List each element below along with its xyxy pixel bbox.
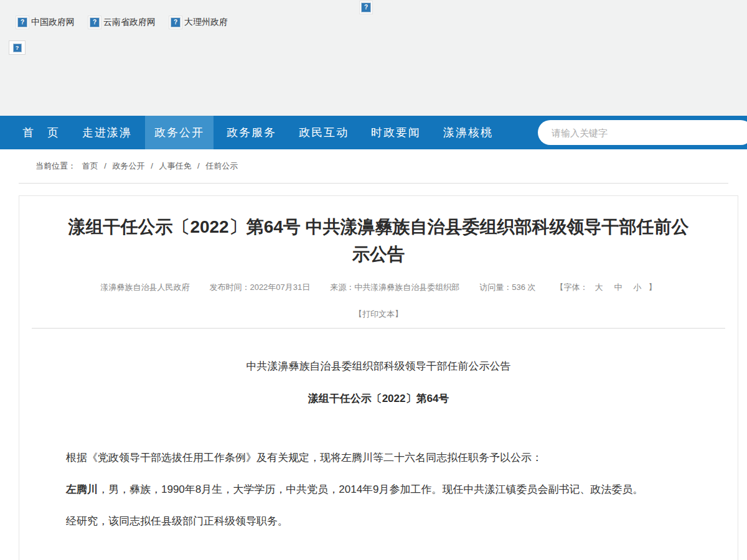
font-size-large-button[interactable]: 大 <box>595 282 603 293</box>
paragraph-lead: 左腾川 <box>66 483 98 495</box>
meta-visits: 访问量：536 次 <box>479 282 535 293</box>
paragraph-text: ，男，彝族，1990年8月生，大学学历，中共党员，2014年9月参加工作。现任中… <box>98 483 644 495</box>
nav-item-walnut[interactable]: 漾濞核桃 <box>434 116 502 149</box>
breadcrumb-home[interactable]: 首页 <box>82 161 98 170</box>
broken-image-icon: ? <box>361 2 371 12</box>
gov-link-label: 大理州政府 <box>184 17 228 28</box>
font-size-label-close: 】 <box>649 282 657 293</box>
font-size-medium-button[interactable]: 中 <box>614 282 622 293</box>
nav-item-about[interactable]: 走进漾濞 <box>73 116 141 149</box>
meta-publish-label: 发布时间： <box>209 282 250 292</box>
breadcrumb-separator: / <box>151 161 153 170</box>
breadcrumb-separator: / <box>104 161 106 170</box>
meta-publish-value: 2022年07月31日 <box>250 282 310 292</box>
search-input[interactable] <box>538 120 747 145</box>
meta-site: 漾濞彝族自治县人民政府 <box>100 282 189 293</box>
paragraph-text: 根据《党政领导干部选拔任用工作条例》及有关规定，现将左腾川等二十六名同志拟任职务… <box>66 452 542 464</box>
gov-link-label: 中国政府网 <box>31 17 75 28</box>
article-meta: 漾濞彝族自治县人民政府 发布时间：2022年07月31日 来源：中共漾濞彝族自治… <box>19 282 738 293</box>
article-card: 漾组干任公示〔2022〕第64号 中共漾濞彝族自治县委组织部科级领导干部任前公示… <box>19 195 738 560</box>
meta-divider <box>32 328 725 329</box>
link-dali-gov[interactable]: ? 大理州政府 <box>171 17 228 28</box>
broken-image-icon: ? <box>17 17 27 27</box>
nav-item-services[interactable]: 政务服务 <box>217 116 286 149</box>
nav-item-gov-affairs[interactable]: 政务公开 <box>145 116 214 149</box>
search-box <box>538 120 747 145</box>
broken-image-icon: ? <box>90 17 100 27</box>
breadcrumb-personnel[interactable]: 人事任免 <box>159 161 191 170</box>
nav-item-home[interactable]: 首 页 <box>13 116 69 149</box>
page-title: 漾组干任公示〔2022〕第64号 中共漾濞彝族自治县委组织部科级领导干部任前公示… <box>63 213 694 268</box>
meta-visits-value: 536 次 <box>512 282 535 292</box>
page: ? ? 中国政府网 ? 云南省政府网 ? 大理州政府 ? 首 页 走进漾濞 政务… <box>0 0 747 560</box>
paragraph: 根据《党政领导干部选拔任用工作条例》及有关规定，现将左腾川等二十六名同志拟任职务… <box>45 446 712 470</box>
meta-publish-date: 发布时间：2022年07月31日 <box>209 282 310 293</box>
site-header: ? ? 中国政府网 ? 云南省政府网 ? 大理州政府 ? <box>0 0 747 116</box>
meta-source: 来源：中共漾濞彝族自治县委组织部 <box>330 282 459 293</box>
site-logo-broken-image: ? <box>9 40 26 55</box>
breadcrumb: 当前位置： 首页 / 政务公开 / 人事任免 / 任前公示 <box>19 149 728 184</box>
breadcrumb-gov-affairs[interactable]: 政务公开 <box>113 161 145 170</box>
broken-image-icon: ? <box>13 44 22 52</box>
nav-item-interaction[interactable]: 政民互动 <box>289 116 358 149</box>
nav-item-news[interactable]: 时政要闻 <box>362 116 430 149</box>
meta-source-value: 中共漾濞彝族自治县委组织部 <box>354 282 459 292</box>
link-yunnan-gov[interactable]: ? 云南省政府网 <box>90 17 156 28</box>
document-title: 中共漾濞彝族自治县委组织部科级领导干部任前公示公告 <box>19 359 738 373</box>
font-size-label: 【字体： <box>556 282 588 293</box>
gov-links: ? 中国政府网 ? 云南省政府网 ? 大理州政府 <box>17 17 228 28</box>
breadcrumb-announcement[interactable]: 任前公示 <box>205 161 238 170</box>
paragraph: 经研究，该同志拟任县级部门正科级领导职务。 <box>45 510 712 533</box>
link-china-gov[interactable]: ? 中国政府网 <box>17 17 75 28</box>
breadcrumb-separator: / <box>197 161 200 170</box>
paragraph-text: 经研究，该同志拟任县级部门正科级领导职务。 <box>66 515 288 527</box>
meta-source-label: 来源： <box>330 282 354 292</box>
main-nav: 首 页 走进漾濞 政务公开 政务服务 政民互动 时政要闻 漾濞核桃 <box>0 116 747 149</box>
font-size-control: 【字体： 大 中 小 】 <box>556 282 657 293</box>
broken-image-icon: ? <box>171 17 181 27</box>
document-number: 漾组干任公示〔2022〕第64号 <box>19 391 738 406</box>
paragraph: 左腾川，男，彝族，1990年8月生，大学学历，中共党员，2014年9月参加工作。… <box>45 478 712 502</box>
gov-link-label: 云南省政府网 <box>103 17 156 28</box>
meta-visits-label: 访问量： <box>479 282 512 292</box>
print-button[interactable]: 【打印文本】 <box>354 309 403 319</box>
article-body: 根据《党政领导干部选拔任用工作条例》及有关规定，现将左腾川等二十六名同志拟任职务… <box>45 446 712 533</box>
print-row: 【打印文本】 <box>19 309 738 320</box>
breadcrumb-label: 当前位置： <box>35 161 76 170</box>
font-size-small-button[interactable]: 小 <box>634 282 642 293</box>
